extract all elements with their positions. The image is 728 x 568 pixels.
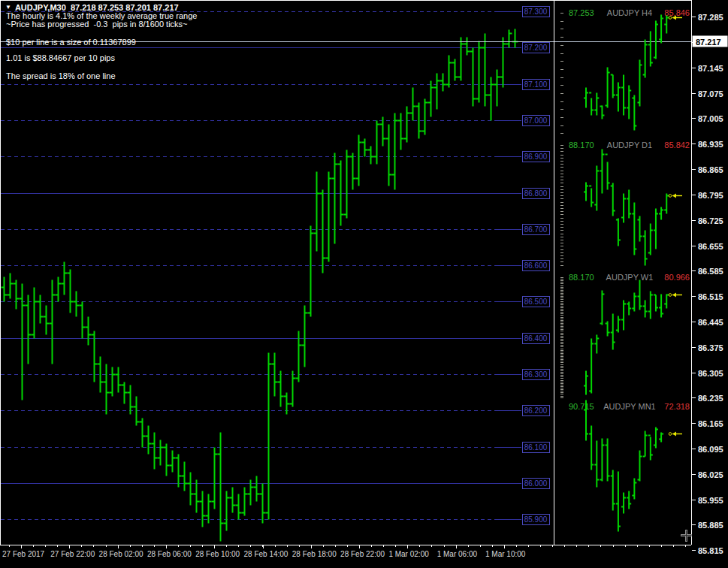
price-scale-label: 87.145 <box>698 64 723 73</box>
annotation-line: $10 per line is a size of 0.11367899 <box>6 38 136 47</box>
price-scale-label: 87.075 <box>698 89 723 98</box>
grid-price-label: 86.200 <box>524 406 548 415</box>
grid-price-label: 86.900 <box>524 153 548 161</box>
price-scale-label: 86.795 <box>698 191 723 200</box>
chart-window[interactable]: 87.30087.20087.10087.00086.90086.80086.7… <box>0 0 728 568</box>
price-scale[interactable]: 87.28587.21587.14587.07587.00586.93586.8… <box>692 13 728 555</box>
grid-price-label: 86.300 <box>524 370 548 379</box>
price-scale-label: 85.955 <box>698 496 723 505</box>
mini-chart-high-value: 88.170 <box>569 140 594 150</box>
close-arrow-icon <box>669 194 682 198</box>
grid-price-label: 87.000 <box>524 116 548 125</box>
grid-price-label: 85.900 <box>524 515 548 524</box>
mini-chart-title: AUDJPY D1 <box>607 140 652 150</box>
time-axis-label: 28 Feb 18:00 <box>292 550 337 558</box>
grid-price-label: 86.600 <box>524 261 548 270</box>
price-scale-label: 86.655 <box>698 242 723 251</box>
mini-chart-title: AUDJPY W1 <box>606 273 654 282</box>
time-axis-label: 1 Mar 02:00 <box>388 550 429 558</box>
chart-shift-cross-icon <box>681 530 692 542</box>
price-scale-label: 87.285 <box>698 13 723 22</box>
price-scale-label: 86.515 <box>698 292 723 301</box>
time-axis-label: 28 Feb 14:00 <box>244 550 288 558</box>
annotation-line: 1.01 is $88.84667 per 10 pips <box>6 53 115 62</box>
price-scale-label: 86.025 <box>698 470 723 479</box>
mini-chart-h4: 87.253AUDJPY H485.846 <box>560 8 690 134</box>
price-scale-label: 86.095 <box>698 445 723 454</box>
price-scale-label: 86.585 <box>698 267 723 276</box>
price-scale-label: 86.445 <box>698 318 723 327</box>
price-scale-label: 85.815 <box>698 546 723 555</box>
grid-price-label: 86.500 <box>524 298 548 306</box>
time-axis-label: 1 Mar 06:00 <box>437 550 478 558</box>
grid-price-label: 86.400 <box>524 334 548 343</box>
mini-chart-low-value: 85.842 <box>664 140 690 150</box>
time-axis-label: 28 Feb 10:00 <box>195 550 240 558</box>
price-scale-label: 86.305 <box>698 369 723 378</box>
mini-chart-low-value: 80.966 <box>664 273 690 282</box>
annotation-line: The spread is 18% of one line <box>6 71 116 80</box>
current-price-value: 87.217 <box>696 38 721 47</box>
mini-chart-d1: 88.170AUDJPY D185.842 <box>560 140 690 266</box>
annotation-line: ~Price has progressed -0.3 pips in 8/160… <box>6 20 188 29</box>
mini-chart-high-value: 87.253 <box>569 8 594 17</box>
price-scale-label: 85.885 <box>698 521 723 530</box>
mini-chart-low-value: 85.846 <box>664 8 690 17</box>
mini-chart-title: AUDJPY H4 <box>607 8 652 17</box>
time-axis-label: 27 Feb 2017 <box>2 550 45 558</box>
price-scale-label: 86.165 <box>698 419 723 428</box>
mini-chart-mn1: 90.715AUDJPY MN172.318 <box>569 400 690 532</box>
mini-chart-high-value: 88.170 <box>569 273 594 282</box>
grid-price-label: 86.000 <box>524 479 548 488</box>
mini-chart-high-value: 90.715 <box>569 402 594 411</box>
grid-price-label: 87.100 <box>524 80 548 89</box>
price-scale-label: 86.935 <box>698 140 723 149</box>
time-axis-label: 28 Feb 22:00 <box>340 550 385 558</box>
grid-price-label: 87.300 <box>524 8 548 16</box>
grid-price-label: 86.700 <box>524 225 548 234</box>
grid-price-label: 87.200 <box>524 44 548 52</box>
time-axis-label: 27 Feb 22:00 <box>50 550 95 558</box>
grid-price-label: 86.800 <box>524 189 548 198</box>
time-axis-label: 1 Mar 10:00 <box>485 550 526 558</box>
price-scale-label: 86.235 <box>698 394 723 403</box>
chart-canvas[interactable]: 87.30087.20087.10087.00086.90086.80086.7… <box>0 0 728 568</box>
time-axis[interactable]: 27 Feb 201727 Feb 22:0028 Feb 02:0028 Fe… <box>0 545 691 559</box>
time-axis-label: 28 Feb 02:00 <box>99 550 143 558</box>
mini-chart-low-value: 72.318 <box>664 402 690 411</box>
time-axis-label: 28 Feb 06:00 <box>147 550 192 558</box>
mini-chart-title: AUDJPY MN1 <box>603 402 655 411</box>
price-scale-label: 86.725 <box>698 216 723 225</box>
price-scale-label: 86.375 <box>698 343 723 352</box>
price-scale-label: 87.005 <box>698 114 723 123</box>
price-gridlines: 87.30087.20087.10087.00086.90086.80086.7… <box>1 7 550 525</box>
mini-chart-w1: 88.170AUDJPY W180.966 <box>560 273 690 398</box>
chart-dropdown-icon[interactable]: ▼ <box>5 4 11 11</box>
price-scale-label: 86.865 <box>698 165 723 174</box>
close-arrow-icon <box>669 293 682 298</box>
close-arrow-icon <box>669 432 682 437</box>
grid-price-label: 86.100 <box>524 443 548 452</box>
main-ohlc-bars <box>2 29 518 542</box>
